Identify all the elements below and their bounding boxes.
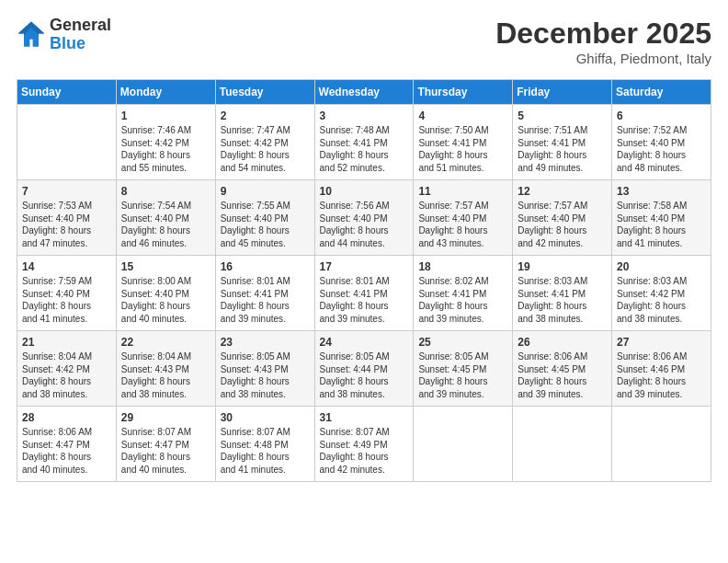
day-number: 7: [22, 185, 111, 198]
cell-info: Sunrise: 8:07 AMSunset: 4:49 PMDaylight:…: [320, 426, 409, 476]
cell-info: Sunrise: 7:54 AMSunset: 4:40 PMDaylight:…: [121, 200, 210, 249]
day-number: 31: [320, 411, 409, 424]
cell-info: Sunrise: 8:06 AMSunset: 4:47 PMDaylight:…: [22, 426, 111, 476]
day-number: 12: [518, 185, 607, 198]
day-number: 18: [418, 260, 507, 273]
logo: General Blue: [17, 17, 111, 53]
calendar-cell: [414, 407, 513, 482]
cell-info: Sunrise: 7:48 AMSunset: 4:41 PMDaylight:…: [320, 124, 409, 174]
day-number: 8: [121, 185, 210, 198]
logo-general-text: General: [50, 17, 111, 35]
cell-info: Sunrise: 7:58 AMSunset: 4:40 PMDaylight:…: [617, 200, 706, 249]
day-number: 19: [518, 260, 607, 273]
calendar-cell: 7Sunrise: 7:53 AMSunset: 4:40 PMDaylight…: [17, 180, 117, 256]
calendar-cell: [513, 407, 612, 482]
day-number: 24: [320, 336, 409, 349]
day-number: 1: [121, 109, 210, 122]
day-number: 23: [221, 336, 310, 349]
calendar-week-3: 14Sunrise: 7:59 AMSunset: 4:40 PMDayligh…: [17, 256, 711, 331]
cell-info: Sunrise: 8:03 AMSunset: 4:41 PMDaylight:…: [518, 275, 607, 325]
day-number: 25: [418, 336, 507, 349]
calendar-week-5: 28Sunrise: 8:06 AMSunset: 4:47 PMDayligh…: [17, 407, 711, 482]
calendar-cell: 16Sunrise: 8:01 AMSunset: 4:41 PMDayligh…: [215, 256, 314, 331]
calendar-cell: 6Sunrise: 7:52 AMSunset: 4:40 PMDaylight…: [612, 105, 711, 180]
cell-info: Sunrise: 8:02 AMSunset: 4:41 PMDaylight:…: [418, 275, 507, 325]
calendar-cell: 1Sunrise: 7:46 AMSunset: 4:42 PMDaylight…: [116, 105, 215, 180]
day-number: 28: [22, 411, 111, 424]
cell-info: Sunrise: 7:56 AMSunset: 4:40 PMDaylight:…: [320, 200, 409, 249]
day-number: 13: [617, 185, 706, 198]
cell-info: Sunrise: 7:57 AMSunset: 4:40 PMDaylight:…: [418, 200, 507, 249]
cell-info: Sunrise: 8:06 AMSunset: 4:46 PMDaylight:…: [617, 350, 706, 400]
day-number: 3: [320, 109, 409, 122]
cell-info: Sunrise: 7:57 AMSunset: 4:40 PMDaylight:…: [518, 200, 607, 249]
weekday-header-saturday: Saturday: [612, 80, 711, 105]
calendar-cell: 8Sunrise: 7:54 AMSunset: 4:40 PMDaylight…: [116, 180, 215, 256]
cell-info: Sunrise: 8:07 AMSunset: 4:48 PMDaylight:…: [221, 426, 310, 476]
cell-info: Sunrise: 8:04 AMSunset: 4:43 PMDaylight:…: [121, 350, 210, 400]
calendar-cell: [17, 105, 117, 180]
day-number: 16: [221, 260, 310, 273]
logo-icon: [17, 20, 46, 50]
calendar-cell: 31Sunrise: 8:07 AMSunset: 4:49 PMDayligh…: [314, 407, 414, 482]
calendar-cell: 22Sunrise: 8:04 AMSunset: 4:43 PMDayligh…: [116, 331, 215, 407]
calendar-cell: 30Sunrise: 8:07 AMSunset: 4:48 PMDayligh…: [215, 407, 314, 482]
day-number: 29: [121, 411, 210, 424]
cell-info: Sunrise: 7:50 AMSunset: 4:41 PMDaylight:…: [418, 124, 507, 174]
calendar-cell: 19Sunrise: 8:03 AMSunset: 4:41 PMDayligh…: [513, 256, 612, 331]
calendar-cell: 2Sunrise: 7:47 AMSunset: 4:42 PMDaylight…: [215, 105, 314, 180]
logo-text: General Blue: [50, 17, 111, 53]
page-container: General Blue December 2025 Ghiffa, Piedm…: [0, 0, 728, 563]
calendar-header: SundayMondayTuesdayWednesdayThursdayFrid…: [17, 80, 711, 105]
calendar-cell: 3Sunrise: 7:48 AMSunset: 4:41 PMDaylight…: [314, 105, 414, 180]
calendar-cell: 20Sunrise: 8:03 AMSunset: 4:42 PMDayligh…: [612, 256, 711, 331]
day-number: 6: [617, 109, 706, 122]
page-header: General Blue December 2025 Ghiffa, Piedm…: [17, 17, 711, 66]
calendar-cell: 13Sunrise: 7:58 AMSunset: 4:40 PMDayligh…: [612, 180, 711, 256]
day-number: 4: [418, 109, 507, 122]
calendar-cell: 29Sunrise: 8:07 AMSunset: 4:47 PMDayligh…: [116, 407, 215, 482]
day-number: 27: [617, 336, 706, 349]
weekday-header-tuesday: Tuesday: [215, 80, 314, 105]
day-number: 22: [121, 336, 210, 349]
cell-info: Sunrise: 8:05 AMSunset: 4:45 PMDaylight:…: [418, 350, 507, 400]
calendar-table: SundayMondayTuesdayWednesdayThursdayFrid…: [17, 79, 711, 482]
calendar-cell: 25Sunrise: 8:05 AMSunset: 4:45 PMDayligh…: [414, 331, 513, 407]
weekday-header-monday: Monday: [116, 80, 215, 105]
day-number: 9: [221, 185, 310, 198]
calendar-cell: 4Sunrise: 7:50 AMSunset: 4:41 PMDaylight…: [414, 105, 513, 180]
cell-info: Sunrise: 7:53 AMSunset: 4:40 PMDaylight:…: [22, 200, 111, 249]
calendar-cell: 17Sunrise: 8:01 AMSunset: 4:41 PMDayligh…: [314, 256, 414, 331]
calendar-week-4: 21Sunrise: 8:04 AMSunset: 4:42 PMDayligh…: [17, 331, 711, 407]
weekday-header-sunday: Sunday: [17, 80, 117, 105]
calendar-cell: 9Sunrise: 7:55 AMSunset: 4:40 PMDaylight…: [215, 180, 314, 256]
day-number: 20: [617, 260, 706, 273]
calendar-body: 1Sunrise: 7:46 AMSunset: 4:42 PMDaylight…: [17, 105, 711, 482]
cell-info: Sunrise: 8:01 AMSunset: 4:41 PMDaylight:…: [221, 275, 310, 325]
cell-info: Sunrise: 8:07 AMSunset: 4:47 PMDaylight:…: [121, 426, 210, 476]
calendar-cell: 14Sunrise: 7:59 AMSunset: 4:40 PMDayligh…: [17, 256, 117, 331]
weekday-row: SundayMondayTuesdayWednesdayThursdayFrid…: [17, 80, 711, 105]
location-subtitle: Ghiffa, Piedmont, Italy: [495, 51, 711, 66]
calendar-cell: 11Sunrise: 7:57 AMSunset: 4:40 PMDayligh…: [414, 180, 513, 256]
day-number: 5: [518, 109, 607, 122]
weekday-header-thursday: Thursday: [414, 80, 513, 105]
logo-blue-text: Blue: [50, 35, 111, 53]
cell-info: Sunrise: 7:46 AMSunset: 4:42 PMDaylight:…: [121, 124, 210, 174]
calendar-cell: 15Sunrise: 8:00 AMSunset: 4:40 PMDayligh…: [116, 256, 215, 331]
calendar-cell: [612, 407, 711, 482]
calendar-cell: 21Sunrise: 8:04 AMSunset: 4:42 PMDayligh…: [17, 331, 117, 407]
weekday-header-friday: Friday: [513, 80, 612, 105]
day-number: 2: [221, 109, 310, 122]
cell-info: Sunrise: 8:03 AMSunset: 4:42 PMDaylight:…: [617, 275, 706, 325]
calendar-cell: 10Sunrise: 7:56 AMSunset: 4:40 PMDayligh…: [314, 180, 414, 256]
calendar-week-2: 7Sunrise: 7:53 AMSunset: 4:40 PMDaylight…: [17, 180, 711, 256]
calendar-cell: 12Sunrise: 7:57 AMSunset: 4:40 PMDayligh…: [513, 180, 612, 256]
calendar-cell: 23Sunrise: 8:05 AMSunset: 4:43 PMDayligh…: [215, 331, 314, 407]
cell-info: Sunrise: 8:06 AMSunset: 4:45 PMDaylight:…: [518, 350, 607, 400]
cell-info: Sunrise: 8:01 AMSunset: 4:41 PMDaylight:…: [320, 275, 409, 325]
weekday-header-wednesday: Wednesday: [314, 80, 414, 105]
calendar-cell: 28Sunrise: 8:06 AMSunset: 4:47 PMDayligh…: [17, 407, 117, 482]
day-number: 11: [418, 185, 507, 198]
cell-info: Sunrise: 8:00 AMSunset: 4:40 PMDaylight:…: [121, 275, 210, 325]
